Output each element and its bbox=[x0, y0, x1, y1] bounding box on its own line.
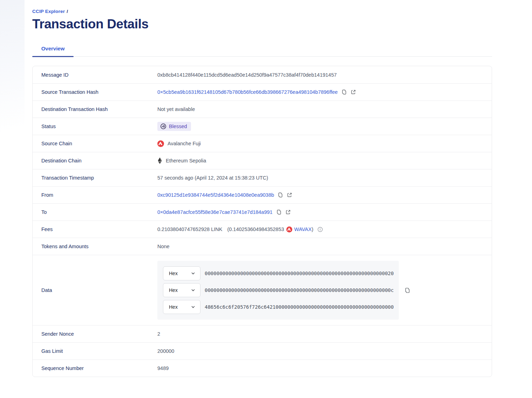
data-line-3: Hex 48656c6c6f20576f726c6421000000000000… bbox=[157, 299, 399, 315]
tab-overview[interactable]: Overview bbox=[32, 46, 74, 56]
from-label: From bbox=[33, 192, 157, 198]
sender-nonce-value: 2 bbox=[157, 331, 160, 337]
row-from: From 0xc90125d1e9384744e5f2d4364e10408e0… bbox=[33, 186, 492, 203]
fees-converted-amount: (0.140253604984352853 bbox=[227, 226, 284, 232]
row-tokens-and-amounts: Tokens and Amounts None bbox=[33, 238, 492, 255]
fees-label: Fees bbox=[33, 226, 157, 232]
copy-icon bbox=[404, 287, 410, 293]
fees-info-icon[interactable] bbox=[318, 227, 323, 232]
data-hex-block: Hex 000000000000000000000000000000000000… bbox=[157, 261, 399, 320]
hex-select-value: Hex bbox=[169, 304, 178, 310]
row-source-transaction-hash: Source Transaction Hash 0×5cb5ea9b1631f6… bbox=[33, 83, 492, 100]
to-address-link[interactable]: 0×0da4e87acfce55f58e36e7cae73741e7d184a9… bbox=[157, 209, 273, 215]
breadcrumb: CCIP Explorer/ bbox=[32, 0, 492, 14]
ethereum-sepolia-icon bbox=[157, 157, 162, 164]
tab-bar: Overview bbox=[32, 46, 492, 57]
message-id-value: 0xb8cb414128f440e115dcd5d6ead50e14d250f9… bbox=[157, 72, 337, 78]
source-chain-name: Avalanche Fuji bbox=[168, 141, 201, 146]
row-destination-chain: Destination Chain Ethereum Sepolia bbox=[33, 152, 492, 169]
timestamp-label: Transaction Timestamp bbox=[33, 175, 157, 181]
copy-icon bbox=[341, 89, 347, 95]
external-link-icon bbox=[287, 192, 292, 198]
gas-limit-label: Gas Limit bbox=[33, 348, 157, 354]
row-data: Data Hex 0000000000000000000000000000000… bbox=[33, 255, 492, 325]
open-to-address-external-button[interactable] bbox=[285, 209, 291, 215]
dest-chain-label: Destination Chain bbox=[33, 158, 157, 163]
sender-nonce-label: Sender Nonce bbox=[33, 331, 157, 337]
source-tx-hash-link[interactable]: 0×5cb5ea9b1631f62148105d67b780b56fce66db… bbox=[157, 89, 338, 95]
chevron-down-icon bbox=[191, 288, 196, 293]
hex-encoding-select-1[interactable]: Hex bbox=[163, 266, 200, 280]
hex-data-word-1: 0000000000000000000000000000000000000000… bbox=[205, 271, 394, 276]
timestamp-value: 57 seconds ago (April 12, 2024 at 15:38:… bbox=[157, 175, 268, 181]
copy-from-address-button[interactable] bbox=[278, 192, 283, 198]
breadcrumb-separator: / bbox=[67, 9, 68, 14]
hex-select-value: Hex bbox=[169, 287, 178, 293]
row-source-chain: Source Chain Avalanche Fuji bbox=[33, 135, 492, 152]
transaction-details-page: CCIP Explorer/ Transaction Details Overv… bbox=[32, 0, 492, 377]
row-message-id: Message ID 0xb8cb414128f440e115dcd5d6ead… bbox=[33, 66, 492, 83]
breadcrumb-ccip-explorer-link[interactable]: CCIP Explorer bbox=[32, 9, 65, 14]
hex-data-word-2: 0000000000000000000000000000000000000000… bbox=[205, 287, 394, 293]
external-link-icon bbox=[350, 89, 356, 95]
row-gas-limit: Gas Limit 200000 bbox=[33, 342, 492, 359]
copy-icon bbox=[276, 209, 282, 215]
status-badge: Blessed bbox=[157, 122, 191, 131]
hex-data-word-3: 48656c6c6f20576f726c64210000000000000000… bbox=[205, 304, 394, 310]
data-line-1: Hex 000000000000000000000000000000000000… bbox=[157, 265, 399, 282]
row-sequence-number: Sequence Number 9489 bbox=[33, 359, 492, 377]
row-fees: Fees 0.21038040747652928 LINK (0.1402536… bbox=[33, 221, 492, 238]
external-link-icon bbox=[285, 209, 291, 215]
source-chain-label: Source Chain bbox=[33, 141, 157, 146]
wavax-avalanche-icon bbox=[286, 226, 292, 232]
to-label: To bbox=[33, 209, 157, 215]
background-gradient-decoration bbox=[0, 0, 25, 151]
copy-data-button[interactable] bbox=[404, 287, 410, 293]
gas-limit-value: 200000 bbox=[157, 348, 174, 354]
sequence-number-value: 9489 bbox=[157, 365, 169, 371]
transaction-details-card: Message ID 0xb8cb414128f440e115dcd5d6ead… bbox=[32, 66, 492, 377]
row-status: Status Blessed bbox=[33, 118, 492, 135]
from-address-link[interactable]: 0xc90125d1e9384744e5f2d4364e10408e0ea903… bbox=[157, 192, 274, 198]
tokens-amounts-label: Tokens and Amounts bbox=[33, 244, 157, 249]
hex-select-value: Hex bbox=[169, 271, 178, 276]
status-badge-text: Blessed bbox=[169, 124, 187, 129]
row-to: To 0×0da4e87acfce55f58e36e7cae73741e7d18… bbox=[33, 203, 492, 221]
row-destination-transaction-hash: Destination Transaction Hash Not yet ava… bbox=[33, 100, 492, 118]
data-line-2: Hex 000000000000000000000000000000000000… bbox=[157, 282, 399, 299]
avalanche-fuji-icon bbox=[157, 140, 164, 147]
fees-paren-close: ) bbox=[312, 226, 313, 232]
open-source-tx-external-button[interactable] bbox=[350, 89, 356, 95]
copy-icon bbox=[278, 192, 283, 198]
tokens-amounts-value: None bbox=[157, 244, 170, 249]
blessed-signal-icon bbox=[160, 123, 166, 130]
dest-tx-hash-label: Destination Transaction Hash bbox=[33, 106, 157, 112]
status-label: Status bbox=[33, 124, 157, 129]
row-transaction-timestamp: Transaction Timestamp 57 seconds ago (Ap… bbox=[33, 169, 492, 186]
dest-tx-hash-value: Not yet available bbox=[157, 106, 195, 112]
fees-link-amount: 0.21038040747652928 LINK bbox=[157, 226, 222, 232]
hex-encoding-select-2[interactable]: Hex bbox=[163, 283, 200, 297]
message-id-label: Message ID bbox=[33, 72, 157, 78]
dest-chain-name: Ethereum Sepolia bbox=[166, 158, 206, 163]
copy-to-address-button[interactable] bbox=[276, 209, 282, 215]
hex-encoding-select-3[interactable]: Hex bbox=[163, 300, 200, 314]
chevron-down-icon bbox=[191, 271, 196, 276]
page-title: Transaction Details bbox=[32, 17, 492, 32]
chevron-down-icon bbox=[191, 305, 196, 309]
wavax-token-link[interactable]: WAVAX bbox=[294, 226, 312, 232]
sequence-number-label: Sequence Number bbox=[33, 365, 157, 371]
copy-source-tx-hash-button[interactable] bbox=[341, 89, 347, 95]
source-tx-hash-label: Source Transaction Hash bbox=[33, 89, 157, 95]
data-label: Data bbox=[33, 287, 157, 293]
open-from-address-external-button[interactable] bbox=[287, 192, 292, 198]
row-sender-nonce: Sender Nonce 2 bbox=[33, 325, 492, 342]
